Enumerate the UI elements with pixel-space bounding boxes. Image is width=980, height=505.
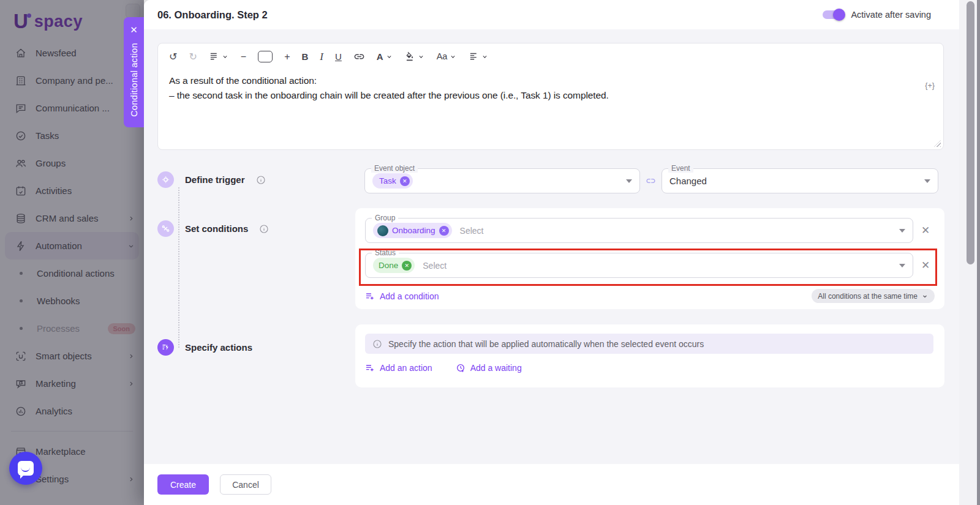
editor-toolbar: ↺ ↻ − + B I U A Aa	[158, 43, 943, 67]
field-label: Event	[668, 164, 693, 173]
conditions-icon	[157, 220, 174, 237]
resize-handle-icon[interactable]	[934, 140, 941, 147]
actions-info-banner: Specify the action that will be applied …	[365, 334, 933, 354]
event-object-select[interactable]: Event object Task ✕	[364, 168, 640, 193]
actions-card: Specify the action that will be applied …	[355, 324, 944, 387]
clock-plus-icon	[456, 363, 466, 373]
group-condition-select[interactable]: Group Onboarding ✕ Select	[365, 218, 913, 243]
activate-toggle-label: Activate after saving	[851, 10, 931, 20]
font-size-box[interactable]	[258, 51, 273, 62]
page-title: 06. Onboarding. Step 2	[157, 9, 823, 21]
toggle-thumb[interactable]	[833, 9, 845, 21]
chip-remove-icon[interactable]: ✕	[439, 226, 449, 236]
info-icon	[256, 175, 266, 185]
playlist-add-icon	[365, 363, 375, 373]
chip-label: Task	[379, 176, 396, 185]
align-icon[interactable]	[469, 51, 489, 62]
dropdown-arrow-icon	[899, 229, 905, 233]
group-avatar	[377, 225, 388, 236]
define-trigger-section: Define trigger Event object Task ✕ E	[157, 166, 944, 203]
chevron-down-icon	[921, 293, 929, 300]
window-edge	[977, 0, 980, 505]
underline-icon[interactable]: U	[335, 52, 342, 61]
undo-icon[interactable]: ↺	[169, 52, 177, 62]
remove-condition-icon[interactable]: ✕	[921, 224, 930, 237]
specify-actions-section: Specify actions Specify the action that …	[157, 324, 944, 389]
condition-row-status: Status Done ✕ Select ✕	[365, 253, 930, 278]
description-text-area[interactable]: As a result of the conditional action: –…	[158, 67, 943, 122]
group-chip: Onboarding ✕	[373, 223, 452, 238]
conditional-action-tab[interactable]: ✕ Conditional action	[124, 17, 144, 127]
highlight-color-icon[interactable]	[405, 51, 425, 62]
add-action-button[interactable]: Add an action	[365, 363, 432, 373]
step-label: Set conditions	[185, 223, 248, 234]
field-label: Event object	[371, 164, 418, 173]
add-action-label: Add an action	[380, 363, 432, 373]
description-line: – the second task in the onboarding chai…	[169, 88, 932, 103]
chip-remove-icon[interactable]: ✕	[402, 261, 412, 271]
field-label: Status	[372, 249, 399, 257]
app-window: U spacy Newsfeed Company and pe... Commu…	[0, 0, 980, 505]
conditions-card: Group Onboarding ✕ Select ✕	[355, 208, 944, 309]
drawer-header: 06. Onboarding. Step 2 Activate after sa…	[144, 0, 980, 29]
cancel-button[interactable]: Cancel	[220, 474, 271, 495]
description-editor: ↺ ↻ − + B I U A Aa As a result of the	[157, 43, 944, 150]
status-chip: Done ✕	[373, 258, 415, 273]
add-condition-button[interactable]: Add a condition	[365, 291, 439, 301]
paragraph-style-icon[interactable]	[209, 51, 229, 62]
select-placeholder: Select	[423, 261, 447, 271]
text-case-icon[interactable]: Aa	[437, 52, 458, 61]
step-label: Specify actions	[185, 342, 252, 353]
italic-icon[interactable]: I	[320, 51, 323, 62]
playlist-add-icon	[365, 291, 375, 301]
description-line: As a result of the conditional action:	[169, 73, 932, 88]
add-waiting-button[interactable]: Add a waiting	[456, 363, 522, 373]
add-condition-label: Add a condition	[380, 291, 439, 301]
toggle-track[interactable]	[823, 10, 843, 19]
info-icon	[259, 224, 269, 234]
remove-condition-icon[interactable]: ✕	[921, 259, 930, 272]
scrollbar-thumb[interactable]	[967, 1, 974, 264]
conditional-action-drawer: ✕ Conditional action 06. Onboarding. Ste…	[144, 0, 980, 505]
chat-widget-button[interactable]	[9, 452, 42, 485]
drawer-content: ↺ ↻ − + B I U A Aa As a result of the	[144, 29, 980, 464]
activate-toggle[interactable]: Activate after saving	[823, 10, 931, 20]
conditions-mode-dropdown[interactable]: All conditions at the same time	[812, 289, 935, 303]
chip-remove-icon[interactable]: ✕	[400, 176, 410, 186]
dropdown-arrow-icon	[899, 264, 905, 267]
step-label: Define trigger	[185, 174, 245, 185]
conditions-mode-label: All conditions at the same time	[818, 292, 918, 301]
status-condition-select[interactable]: Status Done ✕ Select	[365, 253, 913, 278]
chip-label: Onboarding	[392, 226, 435, 235]
actions-icon	[157, 339, 174, 356]
drawer-footer: Create Cancel	[144, 464, 980, 505]
decrease-font-icon[interactable]: −	[241, 52, 246, 62]
info-icon	[372, 339, 382, 349]
dropdown-arrow-icon	[626, 179, 632, 183]
close-icon[interactable]: ✕	[127, 23, 140, 37]
event-select[interactable]: Event Changed	[662, 168, 938, 193]
redo-icon[interactable]: ↻	[189, 52, 197, 62]
add-waiting-label: Add a waiting	[470, 363, 522, 373]
modal-overlay	[0, 0, 144, 505]
trigger-icon	[157, 171, 174, 188]
chat-icon	[18, 461, 34, 476]
set-conditions-section: Set conditions Group Onboarding ✕ Select	[157, 208, 944, 309]
select-placeholder: Select	[460, 226, 484, 236]
event-object-chip: Task ✕	[372, 173, 413, 189]
drawer-tab-label: Conditional action	[129, 43, 139, 117]
banner-text: Specify the action that will be applied …	[388, 339, 704, 349]
link-fields-icon	[646, 176, 656, 186]
create-button[interactable]: Create	[157, 474, 209, 495]
increase-font-icon[interactable]: +	[284, 52, 290, 62]
field-label: Group	[372, 214, 398, 222]
condition-row-group: Group Onboarding ✕ Select ✕	[365, 218, 930, 243]
event-value: Changed	[669, 176, 707, 186]
font-color-icon[interactable]: A	[377, 52, 393, 61]
dropdown-arrow-icon	[924, 179, 930, 183]
chip-label: Done	[379, 261, 398, 270]
insert-variable-button[interactable]: {+}	[925, 81, 935, 90]
bold-icon[interactable]: B	[302, 52, 309, 61]
link-icon[interactable]	[353, 51, 365, 62]
